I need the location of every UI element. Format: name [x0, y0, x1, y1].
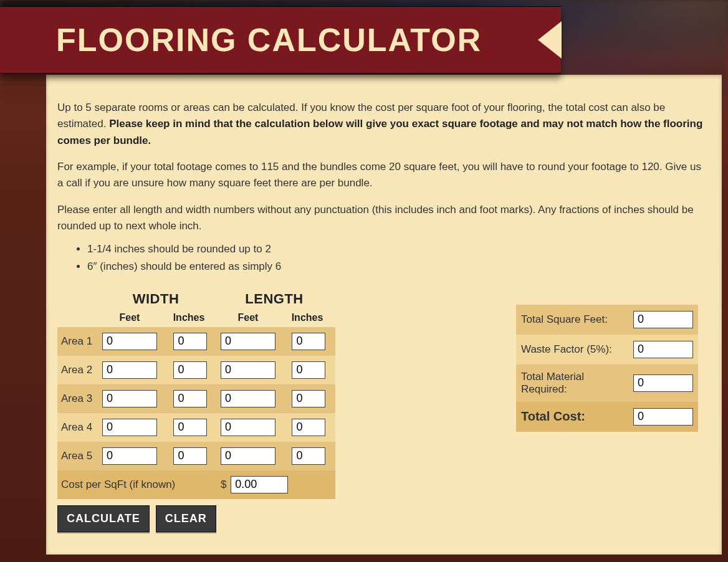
area4-width-inches[interactable]: [173, 419, 207, 436]
total-sqft-label: Total Square Feet:: [516, 305, 628, 335]
width-feet-label: Feet: [98, 312, 161, 323]
area5-length-inches[interactable]: [292, 447, 325, 465]
total-material-label: Total Material Required:: [516, 364, 628, 402]
area2-width-feet[interactable]: [102, 361, 157, 379]
area4-length-inches[interactable]: [292, 419, 325, 436]
area1-width-feet[interactable]: [102, 333, 157, 350]
area3-width-feet[interactable]: [102, 390, 157, 407]
table-row: Area 3: [57, 384, 335, 413]
intro-bullets: 1-1/4 inches should be rounded up to 2 6…: [87, 241, 707, 274]
intro-bullet-2: 6″ (inches) should be entered as simply …: [87, 258, 707, 275]
total-cost-label: Total Cost:: [516, 402, 628, 432]
cost-per-sqft-input[interactable]: [231, 476, 288, 493]
clear-button[interactable]: CLEAR: [156, 505, 216, 532]
title-ribbon: FLOORING CALCULATOR: [0, 6, 561, 74]
area-label-1: Area 1: [57, 327, 98, 356]
area-label-3: Area 3: [57, 384, 98, 413]
area1-length-inches[interactable]: [292, 333, 325, 350]
intro-p1-bold: Please keep in mind that the calculation…: [57, 118, 702, 146]
area4-length-feet[interactable]: [221, 419, 275, 436]
results-panel: Total Square Feet: Waste Factor (5%): To…: [516, 291, 698, 532]
table-row: Area 4: [57, 413, 335, 442]
waste-factor-output[interactable]: [633, 341, 693, 358]
width-inches-label: Inches: [161, 312, 217, 323]
waste-factor-label: Waste Factor (5%):: [516, 335, 628, 364]
intro-p2: For example, if your total footage comes…: [57, 159, 707, 192]
calculator-card: Up to 5 separate rooms or areas can be c…: [46, 75, 722, 555]
intro-copy: Up to 5 separate rooms or areas can be c…: [57, 100, 707, 275]
areas-table: Area 1 Area 2 Area 3: [57, 327, 335, 499]
intro-p1: Up to 5 separate rooms or areas can be c…: [57, 100, 707, 149]
results-row: Waste Factor (5%):: [516, 335, 698, 364]
length-header: LENGTH: [213, 291, 335, 307]
area5-length-feet[interactable]: [221, 447, 275, 465]
results-row-total: Total Cost:: [516, 402, 698, 432]
page-title: FLOORING CALCULATOR: [56, 21, 482, 59]
area3-length-inches[interactable]: [292, 390, 325, 407]
area2-length-feet[interactable]: [221, 361, 275, 379]
table-row: Area 5: [57, 442, 335, 470]
calculate-button[interactable]: CALCULATE: [57, 505, 150, 532]
dollar-sign-icon: $: [221, 479, 226, 490]
total-material-output[interactable]: [633, 374, 693, 392]
area-label-2: Area 2: [57, 356, 98, 384]
total-cost-output[interactable]: [633, 408, 693, 426]
area5-width-inches[interactable]: [173, 447, 207, 465]
area1-width-inches[interactable]: [173, 333, 207, 350]
area-label-4: Area 4: [57, 413, 98, 442]
area5-width-feet[interactable]: [102, 447, 157, 465]
results-row: Total Material Required:: [516, 364, 698, 402]
intro-bullet-1: 1-1/4 inches should be rounded up to 2: [87, 241, 707, 257]
width-header: WIDTH: [98, 291, 213, 307]
results-row: Total Square Feet:: [516, 305, 698, 335]
area-label-5: Area 5: [57, 442, 98, 470]
area3-width-inches[interactable]: [173, 390, 207, 407]
cost-row: Cost per SqFt (if known) $: [57, 470, 335, 499]
table-row: Area 1: [57, 327, 335, 356]
area2-width-inches[interactable]: [173, 361, 207, 379]
table-row: Area 2: [57, 356, 335, 384]
area3-length-feet[interactable]: [221, 390, 275, 407]
cost-label: Cost per SqFt (if known): [57, 470, 217, 499]
total-sqft-output[interactable]: [633, 311, 693, 328]
area4-width-feet[interactable]: [102, 419, 157, 436]
length-feet-label: Feet: [217, 312, 279, 323]
intro-p3: Please enter all length and width number…: [57, 202, 707, 235]
area1-length-feet[interactable]: [221, 333, 275, 350]
dimensions-panel: WIDTH LENGTH Feet Inches Feet Inches Are…: [57, 291, 335, 532]
length-inches-label: Inches: [279, 312, 335, 323]
area2-length-inches[interactable]: [292, 361, 325, 379]
